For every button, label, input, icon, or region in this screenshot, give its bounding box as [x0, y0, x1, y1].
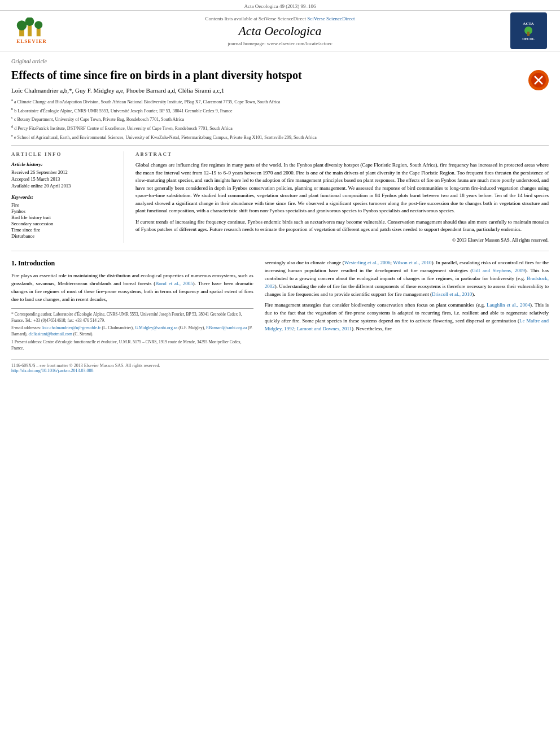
doi-line: http://dx.doi.org/10.1016/j.actao.2013.0…: [11, 368, 549, 373]
doi-link[interactable]: http://dx.doi.org/10.1016/j.actao.2013.0…: [11, 368, 93, 373]
svg-rect-7: [527, 32, 530, 36]
affiliation-d: d d Percy FitzPatrick Institute, DST/NRF…: [11, 124, 549, 132]
intro-right-para-2: Fire management strategies that consider…: [265, 302, 549, 333]
journal-citation-text: Acta Oecologica 49 (2013) 99–106: [244, 3, 316, 9]
email-midgley[interactable]: G.Midgley@sanbi.org.za: [135, 325, 178, 330]
footnote-2: E-mail addresses: loic.chalmandrier@ujf-…: [11, 325, 253, 338]
footnotes: * Corresponding author. Laboratoire d'Éc…: [11, 308, 253, 352]
intro-right-col: seemingly also due to climate change (We…: [265, 259, 549, 352]
article-info-heading: ARTICLE INFO: [11, 151, 116, 157]
acta-badge-line1: ACTA: [523, 21, 533, 26]
svg-point-1: [17, 20, 27, 30]
accepted-date: Accepted 15 March 2013: [11, 176, 116, 182]
intro-section: 1. Introduction Fire plays an essential …: [11, 259, 549, 352]
available-date: Available online 20 April 2013: [11, 183, 116, 189]
intro-body-left: Fire plays an essential role in maintain…: [11, 272, 253, 304]
intro-heading: 1. Introduction: [11, 259, 253, 268]
svg-point-5: [34, 21, 42, 29]
intro-right-para-1: seemingly also due to climate change (We…: [265, 259, 549, 299]
copyright-notice: © 2013 Elsevier Masson SAS. All rights r…: [135, 237, 549, 243]
affiliations: a a Climate Change and BioAdaptation Div…: [11, 97, 549, 141]
issn-line: 1146-609X/$ – see front matter © 2013 El…: [11, 363, 549, 368]
title-row: Effects of time since fire on birds in a…: [11, 68, 549, 82]
journal-citation: Acta Oecologica 49 (2013) 99–106: [0, 0, 560, 11]
authors-text: Loïc Chalmandrier a,b,*, Guy F. Midgley …: [11, 87, 224, 94]
acta-logo: ACTA OECOL: [506, 15, 551, 46]
elsevier-label: ELSEVIER: [16, 38, 47, 44]
email-barnard[interactable]: P.Barnard@sanbi.org.za: [206, 325, 247, 330]
crossmark-badge[interactable]: [528, 70, 549, 90]
received-date: Received 26 September 2012: [11, 169, 116, 175]
keywords-label: Keywords:: [11, 194, 116, 200]
keyword-6: Disturbance: [11, 233, 116, 239]
ref-westerling[interactable]: Westerling et al., 2006: [344, 260, 391, 265]
email-chalmandrier[interactable]: loic.chalmandrier@ujf-grenoble.fr: [42, 325, 101, 330]
intro-body-right: seemingly also due to climate change (We…: [265, 259, 549, 333]
intro-heading-text: 1. Introduction: [11, 259, 55, 267]
sciverse-line: Contents lists available at SciVerse Sci…: [65, 16, 495, 21]
crossmark-icon: [531, 72, 546, 88]
article-title: Effects of time since fire on birds in a…: [11, 68, 515, 82]
article-content: Original article Effects of time since f…: [0, 51, 560, 380]
ref-gill[interactable]: Gill and Stephens, 2009: [472, 268, 524, 273]
elsevier-tree-icon: [15, 18, 49, 37]
keywords-section: Keywords: Fire Fynbos Bird life history …: [11, 194, 116, 239]
journal-title: Acta Oecologica: [65, 24, 495, 38]
journal-center: Contents lists available at SciVerse Sci…: [54, 16, 506, 46]
keyword-5: Time since fire: [11, 227, 116, 233]
article-history-label: Article history:: [11, 161, 116, 167]
ref-laughlin[interactable]: Laughlin et al., 2004: [487, 302, 530, 308]
abstract-heading: ABSTRACT: [135, 151, 549, 157]
intro-left-col: 1. Introduction Fire plays an essential …: [11, 259, 253, 352]
sciverse-link[interactable]: SciVerse ScienceDirect: [307, 16, 355, 21]
footnote-1: * Corresponding author. Laboratoire d'Éc…: [11, 311, 253, 324]
affiliation-e: e e School of Agricultural, Earth, and E…: [11, 133, 549, 141]
acta-badge: ACTA OECOL: [510, 12, 547, 49]
abstract-column: ABSTRACT Global changes are influencing …: [135, 151, 549, 243]
keyword-3: Bird life history trait: [11, 215, 116, 220]
affiliation-c: c c Botany Department, University of Cap…: [11, 115, 549, 123]
affiliation-a: a a Climate Change and BioAdaptation Div…: [11, 97, 549, 106]
ref-wilson[interactable]: Wilson et al., 2010: [393, 260, 431, 265]
journal-header: ELSEVIER Contents lists available at Sci…: [0, 11, 560, 51]
abstract-para-2: If current trends of increasing fire fre…: [135, 219, 549, 234]
abstract-para-1: Global changes are influencing fire regi…: [135, 161, 549, 215]
keyword-1: Fire: [11, 202, 116, 208]
section-divider: [11, 251, 549, 251]
ref-bradstock[interactable]: Bradstock, 2002: [265, 276, 549, 289]
email-sirami[interactable]: cleliasirani@hotmail.com: [28, 331, 72, 337]
keyword-4: Secondary succession: [11, 221, 116, 226]
journal-homepage: journal homepage: www.elsevier.com/locat…: [65, 41, 495, 46]
elsevier-logo: ELSEVIER: [9, 15, 54, 46]
article-type-label: Original article: [11, 58, 549, 64]
ref-bond-2005[interactable]: Bond et al., 2005: [155, 281, 193, 286]
page: Acta Oecologica 49 (2013) 99–106 ELSEVIE…: [0, 0, 560, 380]
acta-tree-icon: [517, 26, 540, 37]
article-info-column: ARTICLE INFO Article history: Received 2…: [11, 151, 124, 243]
sciverse-text: Contents lists available at SciVerse Sci…: [205, 16, 306, 21]
affiliation-b: b b Laboratoire d'Écologie Alpine, CNRS-…: [11, 106, 549, 115]
abstract-body: Global changes are influencing fire regi…: [135, 161, 549, 234]
authors-line: Loïc Chalmandrier a,b,*, Guy F. Midgley …: [11, 87, 549, 94]
keyword-2: Fynbos: [11, 208, 116, 214]
two-col-section: ARTICLE INFO Article history: Received 2…: [11, 145, 549, 243]
ref-driscoll[interactable]: Driscoll et al., 2010: [432, 291, 472, 297]
intro-para-1: Fire plays an essential role in maintain…: [11, 272, 253, 304]
footnote-3: 1 Present address: Centre d'écologie fon…: [11, 339, 253, 352]
acta-badge-line2: OECOL: [522, 37, 535, 41]
bottom-bar: 1146-609X/$ – see front matter © 2013 El…: [11, 359, 549, 373]
ref-lamont[interactable]: Lamont and Downes, 2011: [297, 326, 352, 331]
